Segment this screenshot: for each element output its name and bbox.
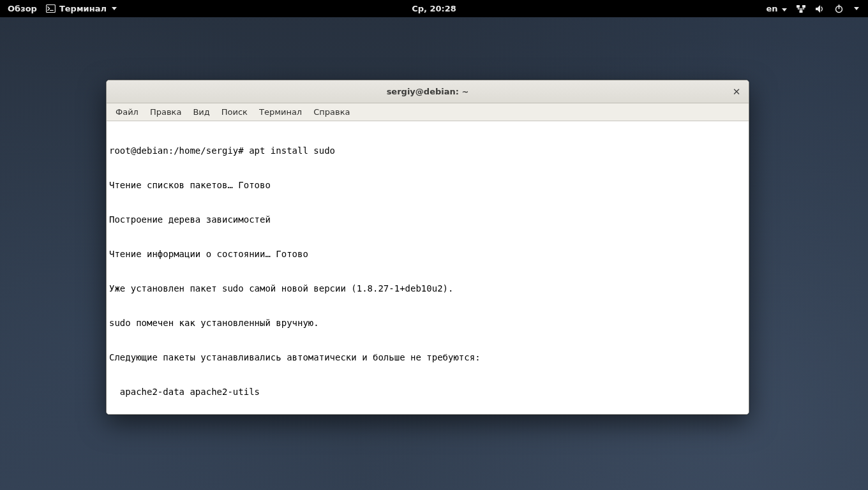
app-menu-label: Терминал [59,4,107,13]
menu-terminal[interactable]: Терминал [254,105,307,119]
top-panel: Обзор Терминал Ср, 20:28 en [0,0,868,17]
input-language-indicator[interactable]: en [766,4,787,13]
menu-help[interactable]: Справка [308,105,355,119]
terminal-line: Следующие пакеты устанавливались автомат… [109,352,746,363]
menu-edit[interactable]: Правка [145,105,186,119]
terminal-line: Построение дерева зависимостей [109,214,746,225]
network-icon[interactable] [796,4,806,13]
terminal-line: Уже установлен пакет sudo самой новой ве… [109,283,746,294]
terminal-line: apache2-data apache2-utils [109,386,746,397]
terminal-icon [46,4,56,13]
clock[interactable]: Ср, 20:28 [412,4,456,13]
menu-file[interactable]: Файл [110,105,144,119]
chevron-down-icon [854,7,859,10]
menu-view[interactable]: Вид [188,105,214,119]
power-icon[interactable] [834,4,844,13]
menubar: Файл Правка Вид Поиск Терминал Справка [107,103,749,121]
terminal-line: Чтение списков пакетов… Готово [109,179,746,191]
window-titlebar[interactable]: sergiy@debian: ~ ✕ [107,80,749,103]
svg-rect-4 [800,10,803,13]
terminal-window: sergiy@debian: ~ ✕ Файл Правка Вид Поиск… [106,80,749,415]
svg-rect-0 [46,4,55,12]
activities-button[interactable]: Обзор [8,4,37,13]
terminal-line: Чтение информации о состоянии… Готово [109,248,746,260]
svg-rect-3 [802,5,805,8]
app-menu-button[interactable]: Терминал [46,4,117,13]
chevron-down-icon [782,8,787,11]
input-language-label: en [766,4,777,13]
volume-icon[interactable] [815,4,825,13]
terminal-viewport[interactable]: root@debian:/home/sergiy# apt install su… [107,121,749,414]
terminal-line: sudo помечен как установленный вручную. [109,317,746,329]
svg-rect-2 [797,5,800,8]
terminal-line: root@debian:/home/sergiy# apt install su… [109,145,746,156]
chevron-down-icon [112,7,117,10]
window-close-button[interactable]: ✕ [730,85,744,99]
window-title: sergiy@debian: ~ [107,87,749,96]
menu-search[interactable]: Поиск [216,105,253,119]
